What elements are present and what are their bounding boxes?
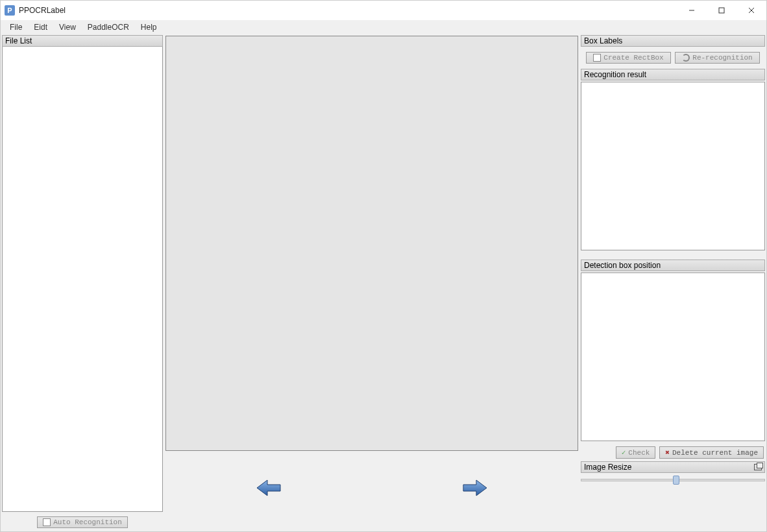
nav-arrows [165, 452, 578, 524]
maximize-button[interactable] [707, 1, 737, 20]
arrow-left-icon [256, 478, 282, 498]
delete-label: Delete current image [672, 449, 758, 457]
create-rectbox-button[interactable]: Create RectBox [586, 52, 671, 64]
image-resize-label: Image Resize [584, 463, 754, 472]
menu-file[interactable]: File [5, 21, 27, 33]
check-button[interactable]: ✓ Check [616, 446, 656, 459]
detection-box-title: Detection box position [581, 260, 765, 271]
arrow-right-icon [462, 478, 488, 498]
center-pane [164, 34, 579, 531]
content: File List Auto Recognition [1, 34, 766, 531]
auto-recognition-icon [43, 518, 51, 526]
spacer [581, 252, 765, 258]
reload-icon [682, 54, 690, 62]
menu-view[interactable]: View [54, 21, 81, 33]
close-button[interactable] [737, 1, 766, 20]
minimize-button[interactable] [677, 1, 707, 20]
app-window: P PPOCRLabel File Eidt View PaddleOCR He… [0, 0, 767, 532]
check-icon: ✓ [622, 448, 626, 457]
menubar: File Eidt View PaddleOCR Help [1, 20, 766, 34]
minimize-icon [688, 7, 695, 14]
create-rectbox-label: Create RectBox [603, 54, 663, 62]
app-icon: P [5, 5, 15, 16]
recognition-result-title: Recognition result [581, 69, 765, 80]
rectbox-icon [593, 54, 601, 62]
left-toolbar: Auto Recognition [2, 512, 163, 530]
image-resize-header: Image Resize [581, 461, 765, 473]
maximize-icon [718, 7, 725, 14]
auto-recognition-button[interactable]: Auto Recognition [37, 516, 128, 528]
delete-icon: ✖ [665, 448, 670, 457]
menu-paddleocr[interactable]: PaddleOCR [82, 21, 134, 33]
check-label: Check [628, 449, 650, 457]
prev-image-button[interactable] [256, 478, 282, 498]
close-icon [748, 7, 755, 14]
delete-image-button[interactable]: ✖ Delete current image [659, 446, 764, 459]
auto-recognition-label: Auto Recognition [53, 518, 122, 526]
recognition-result-panel[interactable] [581, 82, 765, 250]
menu-help[interactable]: Help [136, 21, 162, 33]
window-title: PPOCRLabel [19, 6, 677, 15]
right-pane: Box Labels Create RectBox Re-recognition… [579, 34, 766, 531]
detection-box-panel[interactable] [581, 272, 765, 441]
svg-marker-4 [257, 480, 280, 496]
titlebar: P PPOCRLabel [1, 1, 766, 20]
file-list[interactable] [2, 47, 163, 512]
box-labels-toolbar: Create RectBox Re-recognition [581, 48, 765, 67]
next-image-button[interactable] [462, 478, 488, 498]
image-resize-slider[interactable] [581, 474, 765, 486]
slider-thumb[interactable] [673, 476, 679, 485]
svg-marker-5 [463, 480, 487, 496]
window-controls [677, 1, 766, 20]
image-action-toolbar: ✓ Check ✖ Delete current image [581, 442, 765, 460]
undock-icon[interactable] [754, 464, 762, 470]
canvas[interactable] [165, 36, 578, 451]
file-list-title: File List [2, 35, 163, 47]
menu-edit[interactable]: Eidt [29, 21, 53, 33]
re-recognition-label: Re-recognition [692, 54, 752, 62]
svg-rect-1 [719, 8, 724, 13]
re-recognition-button[interactable]: Re-recognition [675, 52, 760, 64]
left-pane: File List Auto Recognition [1, 34, 164, 531]
box-labels-title: Box Labels [581, 35, 765, 47]
